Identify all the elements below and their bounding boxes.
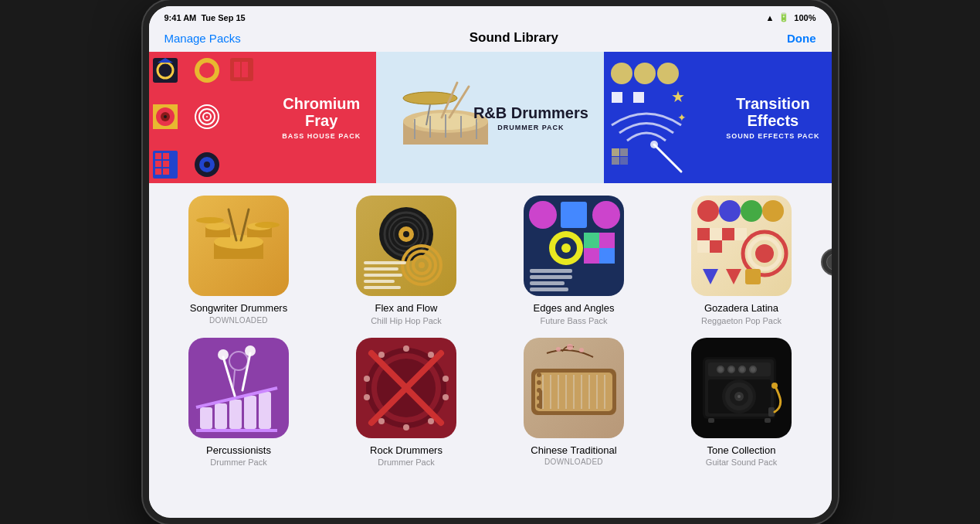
pack-thumb-percussionists xyxy=(188,338,289,438)
pack-item-gozadera[interactable]: Gozadera Latina Reggaeton Pop Pack xyxy=(667,196,816,325)
pack-thumb-chinese xyxy=(524,338,624,438)
svg-point-78 xyxy=(419,262,425,268)
side-button[interactable] xyxy=(143,251,146,273)
pack-item-chinese[interactable]: Chinese Traditional DOWNLOADED xyxy=(500,338,649,468)
svg-point-25 xyxy=(204,162,210,168)
svg-rect-114 xyxy=(200,407,212,429)
svg-rect-91 xyxy=(599,233,615,248)
svg-rect-93 xyxy=(599,248,615,264)
svg-point-122 xyxy=(218,349,229,360)
pack-item-tone[interactable]: Tone Collection Guitar Sound Pack xyxy=(667,338,816,468)
svg-rect-83 xyxy=(364,286,401,289)
pack-item-edges[interactable]: Edges and Angles Future Bass Pack xyxy=(500,196,649,325)
rnb-text: R&B Drummers DRUMMER PACK xyxy=(473,104,588,131)
pack-thumb-songwriter xyxy=(188,196,289,296)
svg-rect-95 xyxy=(530,275,572,279)
done-button[interactable]: Done xyxy=(787,32,816,45)
svg-point-138 xyxy=(378,418,385,424)
svg-point-170 xyxy=(740,367,744,372)
pack-item-rock[interactable]: Rock Drummers Drummer Pack xyxy=(332,338,481,468)
svg-point-160 xyxy=(537,396,541,400)
svg-point-125 xyxy=(229,352,248,370)
pack-item-percussionists[interactable]: Percussionists Drummer Pack xyxy=(164,338,314,468)
svg-rect-52 xyxy=(620,148,628,156)
pack-thumb-rock xyxy=(356,338,456,438)
songwriter-name: Songwriter Drummers xyxy=(190,302,287,315)
svg-point-134 xyxy=(443,376,449,382)
gozadera-sub: Reggaeton Pop Pack xyxy=(701,316,782,325)
svg-point-168 xyxy=(729,367,734,372)
pack-item-songwriter[interactable]: Songwriter Drummers DOWNLOADED xyxy=(164,196,314,325)
svg-text:✦: ✦ xyxy=(677,111,687,124)
svg-rect-22 xyxy=(163,168,169,175)
svg-rect-113 xyxy=(745,269,761,284)
manage-packs-button[interactable]: Manage Packs xyxy=(164,32,241,45)
edges-sub: Future Bass Pack xyxy=(541,316,608,325)
svg-rect-102 xyxy=(697,228,710,240)
chromium-subtitle: BASS HOUSE PACK xyxy=(282,132,361,140)
pack-item-flex[interactable]: Flex and Flow Chill Hip Hop Pack xyxy=(332,196,481,325)
svg-point-11 xyxy=(164,115,167,118)
page-title: Sound Library xyxy=(470,30,558,46)
svg-point-156 xyxy=(556,347,561,352)
svg-point-154 xyxy=(567,344,573,350)
svg-point-136 xyxy=(428,418,434,424)
status-time: 9:41 AM Tue Sep 15 xyxy=(164,13,246,22)
svg-rect-104 xyxy=(722,228,734,240)
svg-point-4 xyxy=(199,63,215,78)
svg-rect-182 xyxy=(765,418,771,423)
svg-rect-106 xyxy=(697,240,710,253)
flex-sub: Chill Hip Hop Pack xyxy=(371,316,442,325)
pack-thumb-flex xyxy=(356,196,456,296)
svg-rect-45 xyxy=(633,92,644,103)
songwriter-sub: DOWNLOADED xyxy=(209,316,268,325)
pack-thumb-gozadera xyxy=(691,196,792,296)
svg-point-140 xyxy=(364,376,370,382)
svg-rect-96 xyxy=(530,281,565,285)
svg-marker-112 xyxy=(726,269,741,284)
svg-rect-81 xyxy=(364,274,402,277)
transition-subtitle: SOUND EFFECTS PACK xyxy=(726,132,819,140)
svg-rect-20 xyxy=(163,161,169,167)
svg-rect-54 xyxy=(620,157,628,165)
svg-rect-19 xyxy=(155,161,161,167)
svg-point-101 xyxy=(762,200,784,222)
svg-point-74 xyxy=(403,231,409,237)
svg-rect-44 xyxy=(622,92,633,103)
svg-rect-6 xyxy=(234,62,240,77)
ipad-frame: 9:41 AM Tue Sep 15 ▲ 🔋 100% Manage Packs… xyxy=(143,0,838,524)
svg-rect-79 xyxy=(364,261,406,264)
svg-point-50 xyxy=(650,141,658,148)
banner-chromium[interactable]: ChromiumFray BASS HOUSE PACK xyxy=(149,52,377,183)
svg-rect-116 xyxy=(229,400,242,429)
svg-point-86 xyxy=(592,201,620,229)
svg-line-49 xyxy=(654,145,681,172)
banner-transition[interactable]: ★ ✦ TransitionEffects xyxy=(604,52,832,183)
flex-name: Flex and Flow xyxy=(375,302,438,315)
chinese-sub: DOWNLOADED xyxy=(544,458,603,466)
svg-rect-115 xyxy=(215,403,227,429)
rock-sub: Drummer Pack xyxy=(378,458,434,467)
svg-point-155 xyxy=(579,348,584,352)
svg-rect-21 xyxy=(155,168,161,175)
pack-thumb-tone xyxy=(691,338,792,438)
svg-point-84 xyxy=(529,201,557,229)
battery-icon: 🔋 xyxy=(778,12,789,22)
featured-banner: ChromiumFray BASS HOUSE PACK xyxy=(149,52,832,183)
edges-name: Edges and Angles xyxy=(534,302,615,315)
banner-rnb[interactable]: R&B Drummers DRUMMER PACK xyxy=(376,52,604,183)
svg-rect-17 xyxy=(155,153,161,159)
svg-point-135 xyxy=(443,394,449,400)
svg-point-40 xyxy=(611,63,632,84)
battery-percent: 100% xyxy=(794,13,816,22)
svg-point-110 xyxy=(755,244,774,263)
svg-rect-118 xyxy=(259,392,271,429)
svg-point-172 xyxy=(751,367,755,372)
svg-marker-111 xyxy=(703,269,718,284)
svg-line-126 xyxy=(233,370,235,388)
chromium-title: ChromiumFray xyxy=(282,95,361,129)
svg-point-41 xyxy=(634,63,656,84)
svg-rect-92 xyxy=(584,248,599,264)
percussionists-name: Percussionists xyxy=(206,444,271,457)
grid-section-1: Songwriter Drummers DOWNLOADED xyxy=(149,183,832,479)
